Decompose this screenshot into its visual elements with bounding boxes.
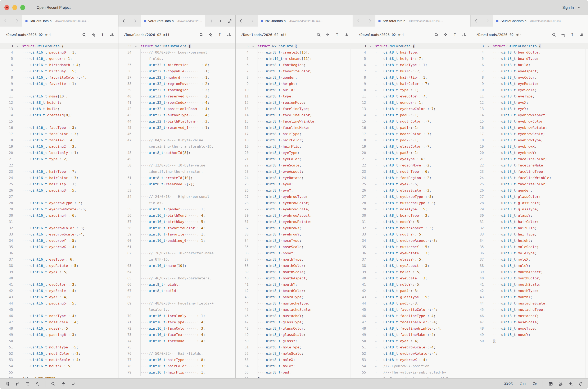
code-line-9[interactable]: 9····uint8_t·eyeRotate; xyxy=(471,81,588,87)
code-body[interactable]: 34····//·00/0x00·--·Lower·personal field… xyxy=(118,49,235,378)
code-line-47[interactable]: 47····//·04/0x04·--·8·byte·value xyxy=(118,137,235,143)
code-line-9[interactable]: 9→uint8_t·hairColor·:·7; xyxy=(353,81,471,87)
code-line-27[interactable]: 27 xyxy=(0,194,118,200)
code-line-26[interactable]: 26····uint8_t·eyeY; xyxy=(236,187,353,194)
code-line-11[interactable]: 11····uint8_t·eyeType; xyxy=(471,93,588,99)
code-line-35[interactable]: 35····uint8_t·moleScale; xyxy=(471,244,588,250)
code-line-42[interactable]: 42····uint8_t·mouthType; xyxy=(471,288,588,294)
code-line-6[interactable]: 6→uint8_t·moleType·:·1; xyxy=(353,62,471,68)
code-line-26[interactable]: 26····uint8_t·gender; xyxy=(471,187,588,194)
inline-assist-button[interactable] xyxy=(441,31,450,39)
code-line-33[interactable]: 33····uint16_t·eyebrowScale·:·4; xyxy=(0,231,118,238)
code-line-53[interactable]: 53····uint16_t·mouthScale·:·4; xyxy=(0,357,118,363)
scrollbar-track[interactable] xyxy=(350,49,350,378)
breadcrumb[interactable]: ~/Downloads/2026-02-mii- xyxy=(122,33,197,37)
minimize-button[interactable] xyxy=(12,5,17,10)
code-line-27[interactable]: 27→uint8_t·eyebrowType·:·5; xyxy=(353,194,471,200)
code-line-22[interactable]: 22····uint8_t·eyeScale; xyxy=(236,162,353,168)
code-line-46[interactable]: 46→uint8_t·facelineType·:·4; xyxy=(353,313,471,319)
code-line-68[interactable]: 68 xyxy=(118,294,235,300)
code-editor[interactable]: 3 struct·RflCoreData·{ 4····uint16_t·pad… xyxy=(0,43,118,378)
project-panel-button[interactable] xyxy=(3,380,12,388)
code-line-40[interactable]: 40····uint32_t·reserved_0······:·2; xyxy=(118,93,235,99)
scrollbar-track[interactable] xyxy=(233,49,233,378)
code-line-35[interactable]: 35····uint16_t·eyebrowX·:·4; xyxy=(0,244,118,250)
code-line-75[interactable]: 75 xyxy=(118,344,235,351)
code-line-wrap[interactable]: localonly. xyxy=(118,307,235,313)
code-line-44[interactable]: 44····uint8_t·mustacheScale; xyxy=(471,300,588,307)
code-line-43[interactable]: 43→uint8_t·glassType·:·5; xyxy=(353,294,471,300)
code-line-64[interactable]: 64 xyxy=(118,269,235,275)
code-line-39[interactable]: 39→uint8_t·moleX·:·5; xyxy=(353,269,471,275)
debug-panel-button[interactable] xyxy=(556,380,565,388)
breadcrumb[interactable]: ~/Downloads/2026-02-mii- xyxy=(474,33,550,37)
code-line-4[interactable]: 4····uint8_t·beardColor; xyxy=(471,49,588,56)
sticky-scope-header[interactable]: 33 struct·Ver3MiiDataCore·{ xyxy=(118,43,235,49)
code-line-39[interactable]: 39····uint8_t·mouthAspect; xyxy=(471,269,588,275)
code-line-15[interactable]: 15····uint8_t·eyebrowColor; xyxy=(471,118,588,125)
code-line-5[interactable]: 5····uint16_t·nickname[11]; xyxy=(236,56,353,62)
notifications-button[interactable] xyxy=(576,380,585,388)
fold-chevron-icon[interactable] xyxy=(249,43,258,49)
code-line-14[interactable]: 14→uint8_t·pad0·:·1; xyxy=(353,112,471,118)
code-line-wrap[interactable]: in·UTF-16. xyxy=(118,257,235,263)
code-line-34[interactable]: 34→uint8_t·eyebrowAspect·:·3; xyxy=(353,238,471,244)
nav-back-button[interactable] xyxy=(472,17,482,25)
code-line-48[interactable]: 48→uint8_t·facelineWrinkle·:·4; xyxy=(353,325,471,332)
code-line-65[interactable]: 65····//·46/0x2E·--·Body·parameters. xyxy=(118,275,235,282)
code-line-31[interactable]: 31 xyxy=(0,219,118,225)
code-line-wrap[interactable]: containing·the·transferable·ID. xyxy=(118,143,235,150)
code-line-40[interactable]: 40····uint8_t·mouthAspect; xyxy=(236,275,353,282)
code-line-11[interactable]: 11····uint16_t·name[10]; xyxy=(0,93,118,99)
code-line-14[interactable]: 14····uint8_t·createId[8]; xyxy=(0,112,118,118)
code-line-57[interactable]: 57····uint16_t·birthDay······:·5; xyxy=(118,219,235,225)
code-line-25[interactable]: 25····uint16_t·hairFlip·:·1; xyxy=(0,181,118,187)
code-line-14[interactable]: 14····uint8_t·facelineColor; xyxy=(236,112,353,118)
code-line-51[interactable]: 51→uint8_t·eyebrowScale·:·4; xyxy=(353,344,471,351)
code-line-50[interactable]: 50}; xyxy=(471,338,588,344)
code-line-5[interactable]: 5····uint8_t·beardType; xyxy=(471,56,588,62)
code-line-11[interactable]: 11→uint8_t·eyeColor·:·7; xyxy=(353,93,471,99)
edit-menu-button[interactable]: I xyxy=(215,31,224,39)
code-line-37[interactable]: 37····uint16_t·eyeType·:·6; xyxy=(0,257,118,263)
code-line-20[interactable]: 20····uint8_t·eyebrowY; xyxy=(471,150,588,156)
recent-project-button[interactable]: Open Recent Project xyxy=(35,5,72,11)
code-line-17[interactable]: 17→uint8_t·beardColor·:·7; xyxy=(353,131,471,137)
code-line-48[interactable]: 48····uint8_t·glassColor; xyxy=(236,325,353,332)
code-line-21[interactable]: 21····uint8_t·eyeColor; xyxy=(236,156,353,162)
split-pane-button[interactable] xyxy=(216,17,225,25)
code-line-19[interactable]: 19····uint16_t·padding2·:·3; xyxy=(0,143,118,150)
code-line-35[interactable]: 35→uint8_t·mustacheY·:·5; xyxy=(353,244,471,250)
code-line-32[interactable]: 32····uint8_t·hairFlip; xyxy=(471,225,588,231)
code-line-44[interactable]: 44→uint8_t·pad5·:·3; xyxy=(353,300,471,307)
code-line-74[interactable]: 74····uint16_t·faceMake······:·4; xyxy=(118,338,235,344)
code-line-27[interactable]: 27····uint8_t·eyebrowType; xyxy=(236,194,353,200)
code-line-34[interactable]: 34····uint16_t·eyebrowY·:·5; xyxy=(0,238,118,244)
code-line-23[interactable]: 23····uint8_t·facelineType; xyxy=(471,168,588,175)
sticky-scope-header[interactable]: 3 struct·StudioCharInfo·{ xyxy=(471,43,588,49)
code-line-59[interactable]: 59····uint16_t·favorite······:·1; xyxy=(118,231,235,238)
code-body[interactable]: 4→uint8_t·hairType;5→uint8_t·height·:·7;… xyxy=(353,49,471,378)
code-line-25[interactable]: 25····uint8_t·favoriteColor; xyxy=(471,181,588,187)
code-line-45[interactable]: 45····uint8_t·mustacheType; xyxy=(471,307,588,313)
outline-panel-button[interactable] xyxy=(23,380,32,388)
code-line-19[interactable]: 19····uint8_t·eyebrowX; xyxy=(471,143,588,150)
code-line-33[interactable]: 33····uint8_t·hairType; xyxy=(471,231,588,238)
code-line-46[interactable]: 46····uint8_t·mustacheY; xyxy=(236,313,353,319)
code-line-51[interactable]: 51····uint16_t·mouthType·:·5; xyxy=(0,344,118,351)
code-line-16[interactable]: 16····uint8_t·eyebrowRotate; xyxy=(471,125,588,131)
code-line-21[interactable]: 21····uint16_t·type·:·2; xyxy=(0,156,118,162)
code-line-26[interactable]: 26····uint16_t·padding3·:·5; xyxy=(0,187,118,194)
code-line-31[interactable]: 31····uint8_t·eyebrowRotate; xyxy=(236,219,353,225)
code-line-20[interactable]: 20····uint8_t·eyeType; xyxy=(236,150,353,156)
code-line-28[interactable]: 28→uint8_t·mustacheType·:·3; xyxy=(353,200,471,206)
code-line-42[interactable]: 42····uint32_t·positionInRoom··:·4; xyxy=(118,106,235,112)
code-line-48[interactable]: 48····uint8_t·authorId[8]; xyxy=(118,150,235,156)
code-line-40[interactable]: 40 xyxy=(0,275,118,282)
code-line-8[interactable]: 8····uint16_t·favoriteColor·:·4; xyxy=(0,74,118,81)
code-line-47[interactable]: 47→uint8_t·facelineColor·:·4; xyxy=(353,319,471,325)
nav-back-button[interactable] xyxy=(120,17,129,25)
code-line-54[interactable]: 54→///·Eyebrow·Y·position. xyxy=(353,363,471,369)
code-line-72[interactable]: 72····uint16_t·faceColor·····:·3; xyxy=(118,325,235,332)
code-line-34[interactable]: 34····//·00/0x00·--·Lower·personal xyxy=(118,49,235,56)
